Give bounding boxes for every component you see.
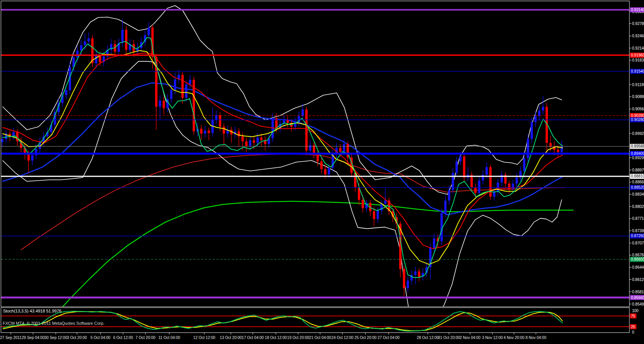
candle-body bbox=[523, 158, 526, 171]
time-label: 6 Oct 12:00 bbox=[113, 336, 133, 340]
time-label: 4 Nov 20:00 bbox=[504, 336, 524, 340]
time-label: 11 Oct 04:00 bbox=[158, 336, 180, 340]
time-label: 13 Oct 20:00 bbox=[220, 336, 242, 340]
time-label: 19 Oct 20:00 bbox=[287, 336, 309, 340]
time-label: 27 Sep 2011 bbox=[0, 336, 22, 340]
stoch-axis-label: 100 bbox=[632, 309, 639, 313]
candle-body bbox=[242, 136, 244, 141]
price-tick-label: 0.88345 bbox=[632, 192, 644, 196]
candle-body bbox=[320, 161, 323, 169]
stoch-level-badge-label: 25 bbox=[631, 325, 636, 329]
candle-body bbox=[185, 85, 187, 98]
price-tick-label: 0.87710 bbox=[632, 216, 644, 221]
candle-body bbox=[257, 138, 259, 143]
candle-body bbox=[182, 75, 184, 98]
price-tick-label: 0.89925 bbox=[632, 131, 644, 136]
candle-body bbox=[455, 161, 458, 173]
price-tick-label: 0.92460 bbox=[632, 34, 644, 38]
price-badge-label: 0.89400 bbox=[631, 151, 644, 156]
candle-body bbox=[249, 140, 251, 146]
price-badge-label: 0.90280 bbox=[631, 118, 644, 122]
time-label: 17 Oct 04:00 bbox=[242, 336, 264, 340]
price-badge-label: 0.86650 bbox=[631, 257, 644, 261]
price-tick-label: 0.92145 bbox=[632, 46, 644, 50]
candle-body bbox=[121, 30, 123, 43]
candle-body bbox=[380, 204, 383, 211]
candle-body bbox=[407, 281, 409, 288]
candle-body bbox=[444, 201, 447, 213]
candle-body bbox=[204, 131, 206, 134]
stoch-level-badge-label: 75 bbox=[631, 314, 636, 318]
price-tick-label: 0.85490 bbox=[632, 302, 644, 306]
candle-body bbox=[302, 110, 304, 116]
candle-body bbox=[414, 271, 417, 275]
candle-body bbox=[84, 42, 86, 45]
price-tick-label: 0.87075 bbox=[632, 241, 644, 245]
candle-body bbox=[27, 155, 30, 161]
candle-body bbox=[474, 188, 477, 193]
candle-body bbox=[260, 138, 262, 140]
candle-body bbox=[534, 116, 537, 122]
time-label: 24 Oct 12:00 bbox=[331, 336, 354, 340]
price-tick-label: 0.88025 bbox=[632, 204, 644, 209]
candle-body bbox=[527, 139, 529, 158]
time-label: 12 Oct 12:00 bbox=[193, 336, 215, 340]
price-badge-label: 0.89588 bbox=[631, 144, 644, 148]
price-badge-label: 0.88810 bbox=[631, 174, 644, 178]
candle-body bbox=[542, 107, 544, 111]
candle-body bbox=[174, 80, 176, 90]
stoch-axis-label: 0 bbox=[632, 330, 634, 334]
candle-body bbox=[384, 201, 387, 204]
candle-body bbox=[418, 271, 420, 277]
candle-body bbox=[309, 145, 311, 151]
price-tick-label: 0.91830 bbox=[632, 58, 644, 62]
time-label: 3 Nov 12:00 bbox=[482, 336, 503, 340]
candle-body bbox=[343, 144, 345, 152]
candle-body bbox=[31, 155, 33, 161]
price-tick-label: 0.91195 bbox=[632, 83, 644, 87]
candle-body bbox=[489, 167, 492, 197]
price-tick-label: 0.88660 bbox=[632, 180, 644, 184]
copyright-watermark: FXCM MT4, © 2001-2011 MetaQuotes Softwar… bbox=[3, 321, 105, 326]
candle-body bbox=[238, 131, 240, 136]
time-label: 18 Oct 12:00 bbox=[265, 336, 287, 340]
time-label: 30 Sep 12:00 bbox=[44, 336, 67, 340]
price-badge-label: 0.85660 bbox=[631, 296, 644, 300]
price-tick-label: 0.88975 bbox=[632, 168, 644, 172]
price-badge-label: 0.88520 bbox=[631, 185, 644, 189]
time-label: 25 Oct 20:00 bbox=[354, 336, 377, 340]
candle-body bbox=[410, 275, 413, 281]
candle-body bbox=[163, 101, 165, 108]
price-tick-label: 0.86125 bbox=[632, 278, 644, 282]
candle-body bbox=[549, 143, 552, 147]
price-tick-label: 0.89295 bbox=[632, 156, 644, 160]
price-tick-label: 0.87395 bbox=[632, 229, 644, 233]
candle-body bbox=[88, 38, 90, 42]
candle-body bbox=[208, 131, 210, 133]
candle-body bbox=[223, 127, 225, 134]
candle-body bbox=[516, 178, 518, 184]
candle-body bbox=[170, 90, 172, 99]
chart-canvas[interactable]: 0.930950.927800.924600.921450.918300.911… bbox=[0, 0, 644, 344]
mt4-chart-window: 0.930950.927800.924600.921450.918300.911… bbox=[0, 0, 644, 344]
candle-body bbox=[557, 150, 559, 152]
candle-body bbox=[200, 129, 202, 134]
candle-body bbox=[486, 167, 488, 175]
candle-body bbox=[448, 190, 450, 201]
candle-body bbox=[433, 238, 435, 248]
candle-body bbox=[317, 154, 319, 161]
time-label: 29 Sep 04:00 bbox=[22, 336, 45, 340]
candle-body bbox=[245, 141, 247, 146]
candle-body bbox=[1, 139, 3, 142]
candle-body bbox=[99, 56, 101, 62]
candle-body bbox=[482, 175, 484, 181]
candle-body bbox=[65, 90, 67, 95]
candle-body bbox=[463, 156, 465, 178]
candle-body bbox=[373, 211, 375, 219]
candle-body bbox=[328, 168, 330, 174]
time-label: 28 Oct 12:00 bbox=[417, 336, 439, 340]
price-badge-label: 0.93140 bbox=[631, 8, 644, 12]
price-tick-label: 0.86445 bbox=[632, 265, 644, 269]
candle-body bbox=[362, 200, 364, 208]
candle-body bbox=[95, 56, 97, 63]
